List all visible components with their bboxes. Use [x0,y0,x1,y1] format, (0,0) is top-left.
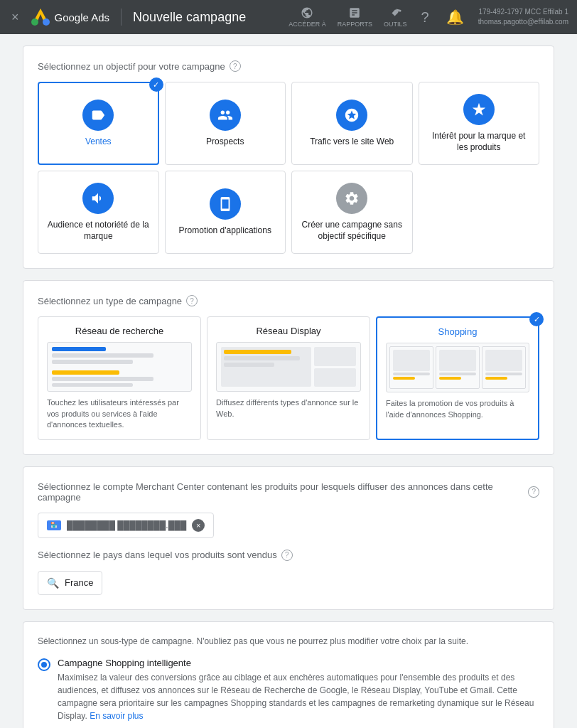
objective-interet[interactable]: Intérêt pour la marque et les produits [419,82,540,165]
acceder-label: ACCÉDER À [288,21,326,28]
country-field[interactable]: 🔍 France [38,571,102,595]
interet-label: Intérêt pour la marque et les produits [428,131,531,153]
shop-item-3 [482,346,526,389]
sans-objectif-icon [336,183,367,214]
recherche-preview [47,342,192,392]
promotion-icon [210,188,241,220]
shopping-check: ✓ [529,312,544,326]
type-display[interactable]: Réseau Display Diffusez d [207,316,370,439]
recherche-desc: Touchez les utilisateurs intéressés par … [47,397,192,430]
user-info[interactable]: 179-492-1797 MCC Effilab 1 thomas.pagott… [478,7,568,27]
user-email: thomas.pagotto@effilab.com [478,17,568,27]
preview-line [52,360,133,364]
prospects-icon [210,100,241,131]
campaign-type-card: Sélectionnez un type de campagne ? Résea… [23,280,554,454]
objective-prospects[interactable]: Prospects [165,82,286,165]
country-value: France [65,577,93,588]
outils-label: OUTILS [384,21,407,28]
trafic-label: Trafic vers le site Web [310,136,394,148]
main-content: Sélectionnez un objectif pour votre camp… [11,46,566,728]
audience-icon [82,183,114,214]
merchant-field[interactable]: 🏪 ████████ ████████.███ × [38,513,214,538]
shop-item-2 [436,346,480,389]
objective-grid: ✓ Ventes Prospects Trafic vers le site W… [38,82,539,254]
merchant-section-title: Sélectionnez le compte Merchant Center c… [38,481,539,503]
preview-line [52,383,133,387]
ventes-check: ✓ [149,77,163,92]
type-shopping[interactable]: ✓ Shopping [376,316,539,439]
preview-line [52,353,153,358]
objective-sans-objectif[interactable]: Créer une campagne sans objectif spécifi… [291,171,413,254]
shopping-preview [386,343,529,392]
shop-item-1 [389,346,433,389]
google-ads-logo: Google Ads [31,7,110,27]
objective-card: Sélectionnez un objectif pour votre camp… [23,46,554,269]
prospects-label: Prospects [206,136,244,148]
trafic-icon [336,100,367,131]
radio-intelligente[interactable] [38,658,50,671]
display-title: Réseau Display [216,326,361,336]
promotion-label: Promotion d'applications [179,225,271,237]
intelligente-content: Campagne Shopping intelligente Maximisez… [58,658,539,722]
country-section-title: Sélectionnez le pays dans lequel vos pro… [38,550,539,561]
type-section-title: Sélectionnez un type de campagne ? [38,295,539,306]
shopping-desc: Faites la promotion de vos produits à l'… [386,398,529,420]
objective-help-icon[interactable]: ? [230,60,241,72]
logo-icon [31,7,50,27]
outils-button[interactable]: OUTILS [384,6,407,28]
country-help-icon[interactable]: ? [281,550,293,561]
display-desc: Diffusez différents types d'annonce sur … [216,397,361,419]
rapports-button[interactable]: RAPPORTS [338,6,372,28]
top-navigation: × Google Ads Nouvelle campagne ACCÉDER À… [0,0,577,34]
notifications-button[interactable]: 🔔 [443,6,467,28]
account-id: 179-492-1797 MCC Effilab 1 [478,7,568,17]
acceder-button[interactable]: ACCÉDER À [288,6,326,28]
display-preview [216,342,361,392]
preview-line [52,370,119,375]
preview-line [52,377,153,381]
page-title: Nouvelle campagne [133,10,280,25]
help-button[interactable]: ? [419,6,432,28]
interet-icon [463,94,495,125]
shopping-title: Shopping [386,326,529,337]
type-grid: Réseau de recherche Touchez les utilisat… [38,316,539,439]
subtype-intelligente[interactable]: Campagne Shopping intelligente Maximisez… [38,658,539,722]
subtype-card: Sélectionnez un sous-type de campagne. N… [23,621,554,728]
subtype-section-title: Sélectionnez un sous-type de campagne. N… [38,636,539,646]
merchant-clear-button[interactable]: × [192,519,205,532]
objective-section-title: Sélectionnez un objectif pour votre camp… [38,60,539,72]
preview-line [52,347,106,351]
google-ads-wordmark: Google Ads [55,11,110,23]
svg-point-3 [31,18,38,26]
sans-objectif-label: Créer une campagne sans objectif spécifi… [301,220,404,242]
svg-point-2 [43,18,50,26]
objective-audience[interactable]: Audience et notoriété de la marque [38,171,159,254]
recherche-title: Réseau de recherche [47,326,192,336]
ventes-label: Ventes [85,136,112,148]
objective-promotion[interactable]: Promotion d'applications [165,171,286,254]
close-button[interactable]: × [9,7,22,28]
merchant-store-icon: 🏪 [47,520,61,530]
type-recherche[interactable]: Réseau de recherche Touchez les utilisat… [38,316,201,439]
search-icon: 🔍 [47,577,59,589]
ventes-icon [82,100,114,131]
merchant-help-icon[interactable]: ? [528,486,539,498]
rapports-label: RAPPORTS [338,21,372,28]
type-help-icon[interactable]: ? [186,295,198,306]
intelligente-link[interactable]: En savoir plus [90,711,143,721]
objective-trafic[interactable]: Trafic vers le site Web [291,82,413,165]
audience-label: Audience et notoriété de la marque [47,220,150,242]
nav-actions: ACCÉDER À RAPPORTS OUTILS ? 🔔 179-492-17… [288,6,568,28]
intelligente-desc: Maximisez la valeur des conversions grâc… [58,671,539,722]
merchant-name: ████████ ████████.███ [67,520,186,530]
intelligente-label: Campagne Shopping intelligente [58,658,539,668]
merchant-card: Sélectionnez le compte Merchant Center c… [23,466,554,610]
nav-divider [121,9,122,26]
objective-ventes[interactable]: ✓ Ventes [38,82,159,165]
